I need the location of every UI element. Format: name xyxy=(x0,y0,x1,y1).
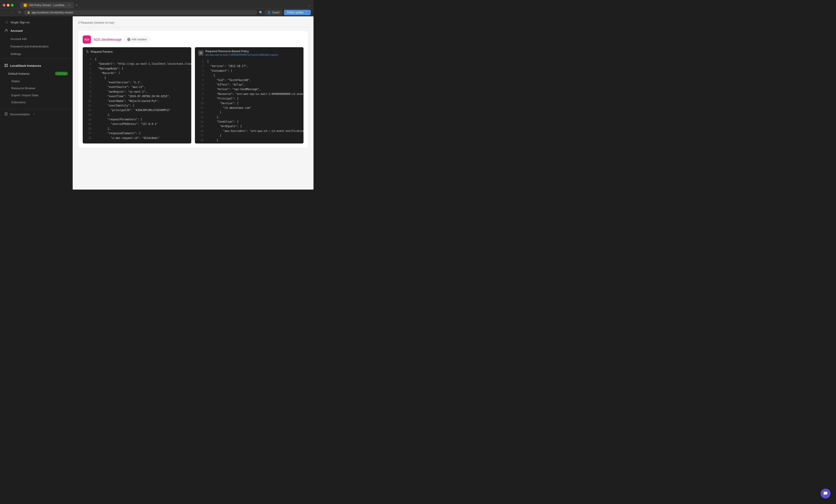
sort-icon: ⇅ xyxy=(86,50,89,54)
required-policy-title: Required Resource-Based Policy xyxy=(205,50,278,53)
code-line: 3 "Statement": [ xyxy=(195,69,304,73)
url-text: app.localstack.cloud/policy-stream xyxy=(32,11,73,14)
forward-button[interactable]: → xyxy=(10,10,16,15)
guest-label: Guest xyxy=(272,11,280,14)
ssl-lock-icon: 🔒 xyxy=(27,11,30,14)
svg-rect-2 xyxy=(6,64,8,65)
document-icon xyxy=(4,112,8,116)
request-params-header: ⇅ Request Params xyxy=(83,47,191,56)
browser-search-button[interactable]: 🔍 xyxy=(259,11,263,14)
tab-bar: ⚡ IAM Policy Stream - LocalSta... ✕ + xyxy=(20,2,79,8)
main-content: 2 Requests (newest on top) SQS SQS.SendM… xyxy=(73,16,314,190)
code-line: 14 "Condition": { xyxy=(195,119,304,124)
svg-point-0 xyxy=(6,29,7,31)
title-bar: ⚡ IAM Policy Stream - LocalSta... ✕ + ⌄ xyxy=(0,0,314,8)
code-line: 18 } xyxy=(195,138,304,142)
sidebar-item-settings[interactable]: Settings xyxy=(0,50,73,58)
code-line: 12 ] xyxy=(195,110,304,115)
finish-update-menu-icon: ⋮ xyxy=(305,11,308,14)
sqs-service-icon: SQS xyxy=(83,35,91,44)
browser-chrome: ⚡ IAM Policy Stream - LocalSta... ✕ + ⌄ … xyxy=(0,0,314,16)
code-line: 7 "eventSource": "aws:s3", xyxy=(83,85,191,89)
sidebar-item-account-info[interactable]: Account Info xyxy=(0,35,73,43)
code-line: 4 "Records": [ xyxy=(83,71,191,75)
sidebar-item-documentation[interactable]: Documentation ↗ xyxy=(0,110,73,118)
new-tab-button[interactable]: + xyxy=(74,3,79,7)
code-line: 2 "QueueUrl": "http://sqs.us-east-1.loca… xyxy=(83,61,191,66)
status-label: Status xyxy=(11,79,20,83)
tabs-chevron[interactable]: ⌄ xyxy=(308,3,311,7)
resource-browser-label: Resource Browser xyxy=(11,86,36,90)
localstack-instances-header: LocalStack Instances xyxy=(0,61,73,70)
code-panels: ⇅ Request Params 1{2 "QueueUrl": "http:/… xyxy=(83,47,304,143)
code-line: 8 "Resource": "arn:aws:sqs:us-east-1:000… xyxy=(195,92,304,96)
finish-update-button[interactable]: Finish update ⋮ xyxy=(284,10,311,15)
back-button[interactable]: ← xyxy=(3,10,8,15)
localstack-instances-section: LocalStack Instances Default Instance ru… xyxy=(0,60,73,108)
svg-rect-3 xyxy=(4,65,6,67)
requests-count-text: 2 Requests (newest on top) xyxy=(78,21,114,24)
request-params-code-body[interactable]: 1{2 "QueueUrl": "http://sqs.us-east-1.lo… xyxy=(83,56,191,141)
requests-header: 2 Requests (newest on top) xyxy=(78,21,308,27)
policy-icon xyxy=(198,50,204,56)
code-line: 10 "eventName": "ObjectCreated:Put", xyxy=(83,99,191,103)
code-line: 13 }, xyxy=(195,115,304,119)
code-line: 15 "ArnEquals": { xyxy=(195,124,304,129)
code-line: 17 "responseElements": { xyxy=(83,131,191,136)
request-params-title: Request Params xyxy=(91,50,113,53)
external-link-icon: ↗ xyxy=(33,113,35,116)
code-line: 15 "sourceIPAddress": "127.0.0.1" xyxy=(83,122,191,126)
code-line: 6 "eventVersion": "2.1", xyxy=(83,80,191,85)
svg-rect-9 xyxy=(200,54,201,54)
code-line: 16 "aws:SourceArn": "arn:aws:s3:::s3-eve… xyxy=(195,129,304,133)
svg-rect-4 xyxy=(6,65,8,67)
traffic-lights xyxy=(3,4,14,6)
guest-button[interactable]: 👤 Guest xyxy=(265,10,282,15)
code-line: 1{ xyxy=(83,57,191,61)
iam-violation-label: IAM violation xyxy=(132,38,147,41)
required-policy-code-body[interactable]: 1{2 "Version": "2012-10-17",3 "Statement… xyxy=(195,58,304,143)
code-line: 5 { xyxy=(83,76,191,80)
url-bar[interactable]: 🔒 app.localstack.cloud/policy-stream xyxy=(24,10,257,15)
sidebar-item-export-import[interactable]: Export / Import State xyxy=(0,92,73,99)
address-bar: ← → ↻ 🔒 app.localstack.cloud/policy-stre… xyxy=(0,8,314,16)
default-instance-row: Default Instance running xyxy=(0,70,73,77)
instance-sub-items: Status Resource Browser Export / Import … xyxy=(0,77,73,106)
sidebar-item-password-auth[interactable]: Password and Authentication xyxy=(0,43,73,50)
app-layout: ⬡ Single Sign-on Account Account Info Pa… xyxy=(0,16,314,190)
sidebar-item-single-signon[interactable]: ⬡ Single Sign-on xyxy=(0,18,73,26)
iam-violation-badge: i IAM violation xyxy=(124,37,150,42)
sidebar-item-status[interactable]: Status xyxy=(0,78,73,85)
reload-button[interactable]: ↻ xyxy=(17,10,22,15)
tab-label: IAM Policy Stream - LocalSta... xyxy=(28,4,66,7)
code-line: 14 "requestParameters": { xyxy=(83,117,191,122)
code-line: 9 "eventTime": "2024-07-09T06:26:04.025Z… xyxy=(83,94,191,99)
code-line: 9 "Principal": { xyxy=(195,96,304,101)
code-line: 4 { xyxy=(195,73,304,78)
maximize-traffic-light[interactable] xyxy=(11,4,14,6)
code-line: 7 "Action": "sqs:SendMessage", xyxy=(195,87,304,92)
active-tab[interactable]: ⚡ IAM Policy Stream - LocalSta... ✕ xyxy=(20,2,74,8)
grid-icon xyxy=(4,64,8,67)
request-card: SQS SQS.SendMessage i IAM violation ⇅ Re… xyxy=(78,31,308,148)
code-line: 12 "principalId": "AIDAJDPLRKLG7UEXAMPLE… xyxy=(83,108,191,112)
code-line: 10 "Service": [ xyxy=(195,101,304,105)
code-line: 18 "x-amz-request-id": "021dc0edc" xyxy=(83,136,191,140)
account-label: Account xyxy=(11,29,23,33)
sidebar-group-account[interactable]: Account xyxy=(0,26,73,35)
settings-label: Settings xyxy=(11,52,21,56)
sidebar-item-extensions[interactable]: Extensions xyxy=(0,99,73,106)
export-import-label: Export / Import State xyxy=(11,94,38,97)
policy-arn: arn:aws:sqs:us-east-1:000000000000:s3-ev… xyxy=(205,53,278,56)
localstack-instances-label: LocalStack Instances xyxy=(10,64,41,67)
tab-close-button[interactable]: ✕ xyxy=(68,4,70,7)
single-signon-label: Single Sign-on xyxy=(11,21,30,24)
single-signon-icon: ⬡ xyxy=(5,20,8,24)
code-line: 5 "Sid": "Test6f4ec2d0", xyxy=(195,78,304,82)
sidebar-divider-2 xyxy=(0,109,73,109)
sidebar-item-resource-browser[interactable]: Resource Browser xyxy=(0,85,73,92)
minimize-traffic-light[interactable] xyxy=(7,4,10,6)
close-traffic-light[interactable] xyxy=(3,4,5,6)
code-line: 2 "Version": "2012-10-17", xyxy=(195,64,304,68)
sidebar: ⬡ Single Sign-on Account Account Info Pa… xyxy=(0,16,73,190)
